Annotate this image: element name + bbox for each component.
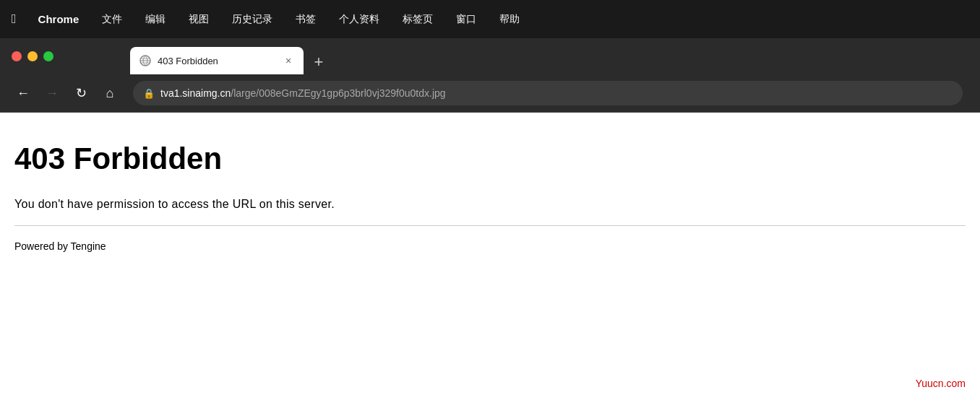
menu-item-file[interactable]: 文件 [98, 12, 126, 27]
page-content: 403 Forbidden You don't have permission … [0, 113, 980, 400]
menu-item-edit[interactable]: 编辑 [141, 12, 170, 27]
error-title: 403 Forbidden [14, 142, 966, 176]
back-button[interactable]: ← [12, 82, 35, 105]
menu-item-view[interactable]: 视图 [184, 12, 213, 27]
close-window-button[interactable] [12, 51, 22, 61]
macos-menubar:  Chrome 文件 编辑 视图 历史记录 书签 个人资料 标签页 窗口 帮助 [0, 0, 980, 38]
menu-item-history[interactable]: 历史记录 [228, 12, 277, 27]
forward-button[interactable]: → [40, 82, 64, 105]
new-tab-button[interactable]: + [306, 50, 331, 74]
lock-icon: 🔒 [143, 88, 155, 99]
address-path: /large/008eGmZEgy1gp6p3brl0vj329f0u0tdx.… [231, 87, 445, 99]
maximize-window-button[interactable] [43, 51, 53, 61]
content-divider [14, 225, 966, 226]
tab-title: 403 Forbidden [158, 56, 276, 66]
tab-close-button[interactable]: × [282, 54, 295, 67]
tab-favicon [139, 54, 152, 67]
traffic-lights [12, 51, 53, 61]
menu-item-bookmarks[interactable]: 书签 [291, 12, 320, 27]
active-tab[interactable]: 403 Forbidden × [130, 47, 304, 74]
reload-button[interactable]: ↻ [69, 82, 93, 105]
address-text: tva1.sinaimg.cn/large/008eGmZEgy1gp6p3br… [160, 87, 446, 99]
powered-by-text: Powered by Tengine [14, 240, 966, 252]
menu-item-tabs[interactable]: 标签页 [398, 12, 437, 27]
address-domain: tva1.sinaimg.cn [160, 87, 231, 99]
error-message: You don't have permission to access the … [14, 198, 966, 211]
watermark-text: Yuucn.com [916, 378, 966, 389]
apple-menu-icon[interactable]:  [12, 12, 17, 27]
home-button[interactable]: ⌂ [98, 82, 121, 105]
minimize-window-button[interactable] [27, 51, 38, 61]
menu-item-chrome[interactable]: Chrome [34, 12, 84, 27]
browser-chrome: 403 Forbidden × + ← → ↻ ⌂ 🔒 tva1.sinaimg… [0, 38, 980, 113]
menu-item-window[interactable]: 窗口 [452, 12, 481, 27]
nav-bar: ← → ↻ ⌂ 🔒 tva1.sinaimg.cn/large/008eGmZE… [0, 74, 980, 112]
address-bar[interactable]: 🔒 tva1.sinaimg.cn/large/008eGmZEgy1gp6p3… [133, 81, 963, 105]
menu-item-profile[interactable]: 个人资料 [335, 12, 384, 27]
menu-item-help[interactable]: 帮助 [495, 12, 524, 27]
tab-bar: 403 Forbidden × + [0, 38, 980, 74]
